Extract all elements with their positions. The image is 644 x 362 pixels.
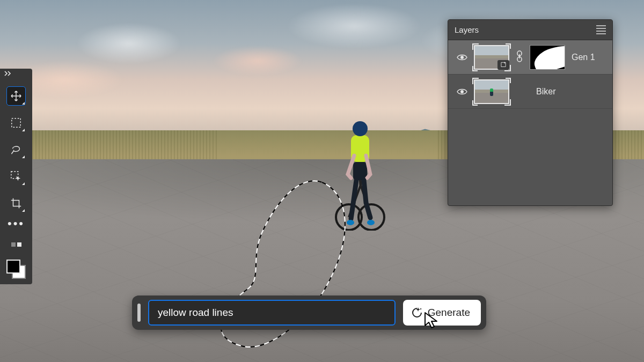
toolbar-collapse-handle[interactable] — [0, 69, 32, 78]
eye-icon — [457, 88, 467, 95]
svg-point-5 — [347, 220, 354, 225]
generate-button[interactable]: Generate — [403, 300, 481, 326]
lasso-tool[interactable] — [7, 141, 25, 159]
move-icon — [10, 90, 22, 102]
layer-name[interactable]: Biker — [536, 87, 606, 97]
layer-name[interactable]: Gen 1 — [572, 53, 606, 62]
layer-thumbnail[interactable] — [474, 79, 509, 104]
layers-list: Gen 1 Biker — [448, 40, 612, 205]
foreground-color-swatch[interactable] — [6, 260, 20, 274]
crop-tool[interactable] — [7, 194, 25, 212]
eye-icon — [457, 54, 467, 61]
svg-rect-7 — [12, 119, 21, 128]
layers-panel: Layers — [448, 19, 613, 206]
lasso-icon — [10, 144, 22, 156]
crop-icon — [10, 197, 22, 209]
generative-fill-bar: Generate — [132, 295, 486, 330]
chevron-right-double-icon — [4, 71, 12, 76]
layer-row[interactable]: Gen 1 — [448, 40, 612, 75]
svg-point-6 — [367, 220, 375, 225]
layer-link-icon[interactable] — [516, 50, 523, 64]
cyclist-subject — [333, 118, 386, 231]
marquee-tool[interactable] — [7, 114, 25, 132]
color-swatches[interactable] — [6, 260, 26, 279]
layers-panel-title: Layers — [455, 25, 479, 34]
quick-select-tool[interactable] — [7, 167, 25, 186]
generative-layer-badge-icon — [497, 60, 509, 70]
more-tools-button[interactable]: ••• — [8, 221, 25, 232]
layer-thumbnail[interactable] — [474, 45, 509, 70]
marquee-icon — [10, 117, 22, 129]
svg-point-9 — [460, 56, 464, 59]
visibility-toggle[interactable] — [457, 88, 467, 95]
visibility-toggle[interactable] — [457, 54, 467, 61]
move-tool[interactable] — [7, 87, 25, 105]
drag-handle[interactable] — [137, 304, 141, 322]
quick-select-icon — [10, 171, 22, 182]
tools-toolbar: ••• — [0, 78, 32, 284]
svg-rect-3 — [353, 162, 367, 180]
layers-panel-header[interactable]: Layers — [448, 20, 612, 40]
layer-mask-thumbnail[interactable] — [530, 45, 565, 70]
edit-toolbar-button[interactable] — [11, 240, 21, 249]
svg-point-4 — [353, 121, 368, 136]
generative-prompt-input[interactable] — [148, 300, 396, 326]
panel-menu-icon[interactable] — [596, 25, 606, 34]
layer-row[interactable]: Biker — [448, 75, 612, 109]
svg-point-13 — [460, 90, 464, 93]
generate-sparkle-icon — [411, 306, 423, 319]
generate-button-label: Generate — [428, 307, 470, 319]
